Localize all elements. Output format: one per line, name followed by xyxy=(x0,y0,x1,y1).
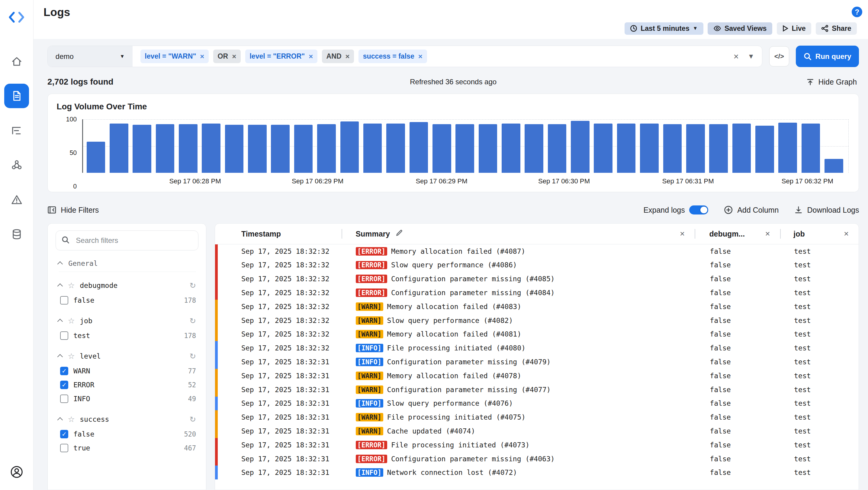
expand-query-chevron-icon[interactable]: ▼ xyxy=(748,53,754,60)
help-button[interactable]: ? xyxy=(852,7,862,17)
star-icon[interactable]: ☆ xyxy=(68,415,74,424)
sidebar-item-logs[interactable] xyxy=(4,84,29,108)
collapse-chevron-icon[interactable] xyxy=(57,417,63,423)
log-timestamp: Sep 17, 2025 18:32:31 xyxy=(218,455,342,463)
query-chip[interactable]: AND× xyxy=(322,50,354,63)
query-chip[interactable]: level = "ERROR"× xyxy=(245,50,317,63)
log-job: test xyxy=(781,441,859,449)
add-column-button[interactable]: Add Column xyxy=(724,206,779,214)
log-row[interactable]: Sep 17, 2025 18:32:31[WARN]Cache updated… xyxy=(215,424,859,438)
table-header: Timestamp Summary × debugm... × xyxy=(215,223,859,244)
log-row[interactable]: Sep 17, 2025 18:32:32[ERROR]Configuratio… xyxy=(215,272,859,286)
share-button[interactable]: Share xyxy=(816,22,857,35)
live-button[interactable]: Live xyxy=(777,22,811,35)
code-mode-button[interactable]: </> xyxy=(769,46,789,66)
search-filters-input[interactable] xyxy=(56,231,198,250)
chip-remove-icon[interactable]: × xyxy=(309,52,313,61)
log-row[interactable]: Sep 17, 2025 18:32:32[ERROR]Memory alloc… xyxy=(215,244,859,258)
remove-column-icon[interactable]: × xyxy=(765,229,770,239)
sidebar-item-datasources[interactable] xyxy=(4,222,29,246)
sidebar-item-home[interactable] xyxy=(4,49,29,74)
query-chip[interactable]: success = false× xyxy=(359,50,427,63)
saved-views-button[interactable]: Saved Views xyxy=(708,22,772,35)
level-badge: [WARN] xyxy=(356,316,383,325)
log-row[interactable]: Sep 17, 2025 18:32:32[ERROR]Configuratio… xyxy=(215,286,859,300)
time-range-button[interactable]: Last 5 minutes ▼ xyxy=(625,22,704,35)
checkbox[interactable] xyxy=(60,331,68,340)
filter-group-general[interactable]: General xyxy=(59,259,196,272)
remove-column-icon[interactable]: × xyxy=(844,229,849,239)
collapse-chevron-icon[interactable] xyxy=(57,283,63,289)
remove-column-icon[interactable]: × xyxy=(680,229,685,239)
volume-bar xyxy=(409,122,428,173)
log-row[interactable]: Sep 17, 2025 18:32:31[INFO]Network conne… xyxy=(215,465,859,480)
log-row[interactable]: Sep 17, 2025 18:32:31[INFO]Slow query pe… xyxy=(215,397,859,410)
column-header-timestamp[interactable]: Timestamp xyxy=(215,229,342,238)
sidebar-item-traces[interactable] xyxy=(4,118,29,143)
checkbox[interactable]: ✓ xyxy=(60,430,68,438)
checkbox[interactable] xyxy=(60,444,68,452)
refresh-icon[interactable]: ↻ xyxy=(190,316,196,325)
sidebar-item-alerts[interactable] xyxy=(4,188,29,212)
level-badge: [WARN] xyxy=(356,427,383,435)
log-message: File processing initiated (#4073) xyxy=(391,441,530,449)
log-debugmode: false xyxy=(695,261,781,269)
query-chip[interactable]: level = "WARN"× xyxy=(141,50,209,63)
checkbox[interactable] xyxy=(60,296,68,305)
facet-value-row[interactable]: test178 xyxy=(59,329,196,343)
log-row[interactable]: Sep 17, 2025 18:32:31[WARN]File processi… xyxy=(215,410,859,424)
facet-value-row[interactable]: ✓WARN77 xyxy=(59,364,196,378)
chip-remove-icon[interactable]: × xyxy=(232,52,236,61)
facet-value-row[interactable]: true467 xyxy=(59,441,196,455)
app-logo-icon[interactable] xyxy=(0,0,33,35)
account-button[interactable] xyxy=(4,460,29,484)
log-summary: [WARN]Slow query performance (#4082) xyxy=(342,316,695,325)
log-row[interactable]: Sep 17, 2025 18:32:31[WARN]Memory alloca… xyxy=(215,369,859,383)
chip-remove-icon[interactable]: × xyxy=(418,52,423,61)
log-job: test xyxy=(781,344,859,352)
refresh-icon[interactable]: ↻ xyxy=(190,281,196,290)
datasource-select[interactable]: demo ▼ xyxy=(48,46,132,66)
refresh-icon[interactable]: ↻ xyxy=(190,351,196,361)
bar-series xyxy=(87,119,843,173)
sidebar-item-services[interactable] xyxy=(4,153,29,177)
log-row[interactable]: Sep 17, 2025 18:32:31[ERROR]Configuratio… xyxy=(215,452,859,466)
log-row[interactable]: Sep 17, 2025 18:32:32[WARN]Memory alloca… xyxy=(215,300,859,313)
hide-graph-button[interactable]: Hide Graph xyxy=(806,78,857,86)
hide-filters-button[interactable]: Hide Filters xyxy=(48,206,99,214)
clear-query-icon[interactable]: × xyxy=(734,51,739,62)
column-header-debugmode[interactable]: debugm... × xyxy=(695,229,780,239)
facet-value-row[interactable]: ✓ERROR52 xyxy=(59,378,196,392)
log-row[interactable]: Sep 17, 2025 18:32:32[WARN]Slow query pe… xyxy=(215,313,859,328)
star-icon[interactable]: ☆ xyxy=(68,351,74,361)
log-debugmode: false xyxy=(695,386,781,394)
level-badge: [ERROR] xyxy=(356,247,387,255)
checkbox[interactable]: ✓ xyxy=(60,367,68,375)
chip-remove-icon[interactable]: × xyxy=(200,52,204,61)
facet-value-row[interactable]: INFO49 xyxy=(59,392,196,406)
edit-column-icon[interactable] xyxy=(396,229,403,238)
log-row[interactable]: Sep 17, 2025 18:32:32[WARN]Memory alloca… xyxy=(215,328,859,341)
volume-bar xyxy=(525,124,543,173)
log-row[interactable]: Sep 17, 2025 18:32:31[WARN]Configuration… xyxy=(215,383,859,397)
checkbox[interactable]: ✓ xyxy=(60,380,68,389)
collapse-chevron-icon[interactable] xyxy=(57,354,63,360)
log-row[interactable]: Sep 17, 2025 18:32:31[ERROR]File process… xyxy=(215,438,859,452)
star-icon[interactable]: ☆ xyxy=(68,281,74,290)
download-logs-button[interactable]: Download Logs xyxy=(794,206,859,214)
log-row[interactable]: Sep 17, 2025 18:32:31[INFO]Configuration… xyxy=(215,355,859,369)
facet-value-row[interactable]: false178 xyxy=(59,293,196,307)
checkbox[interactable] xyxy=(60,395,68,403)
log-row[interactable]: Sep 17, 2025 18:32:32[ERROR]Slow query p… xyxy=(215,258,859,272)
star-icon[interactable]: ☆ xyxy=(68,316,74,325)
log-row[interactable]: Sep 17, 2025 18:32:32[INFO]File processi… xyxy=(215,341,859,355)
chip-remove-icon[interactable]: × xyxy=(345,52,349,61)
facet-value-row[interactable]: ✓false520 xyxy=(59,427,196,441)
column-header-job[interactable]: job × xyxy=(781,229,859,239)
column-header-summary[interactable]: Summary × xyxy=(342,229,695,239)
collapse-chevron-icon[interactable] xyxy=(57,319,63,324)
refresh-icon[interactable]: ↻ xyxy=(190,415,196,424)
query-chip[interactable]: OR× xyxy=(213,50,241,63)
run-query-button[interactable]: Run query xyxy=(796,45,859,67)
expand-logs-toggle[interactable] xyxy=(689,206,708,214)
